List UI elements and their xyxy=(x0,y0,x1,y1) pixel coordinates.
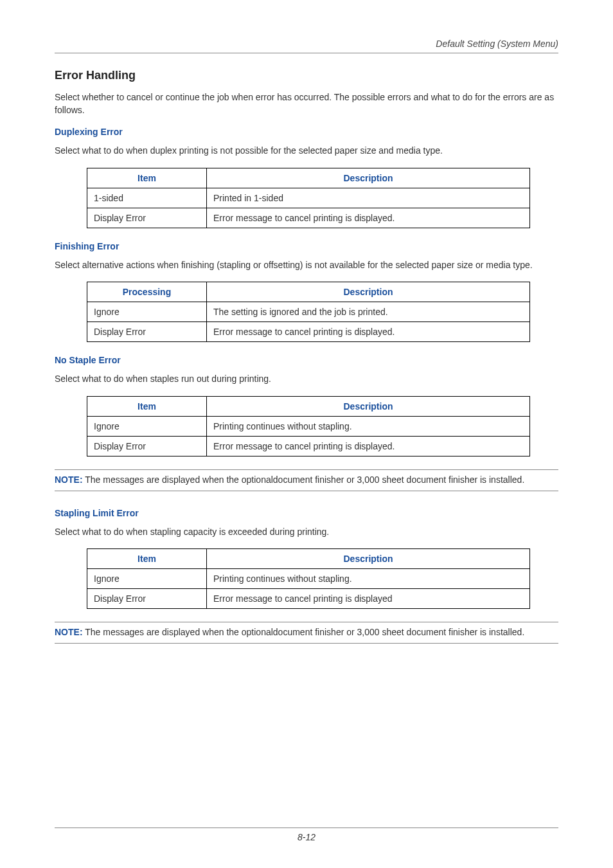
stapling-limit-table: Item Description Ignore Printing continu… xyxy=(87,548,530,609)
finishing-col1: Processing xyxy=(87,282,207,302)
finishing-col2: Description xyxy=(207,282,530,302)
table-row: Display Error Error message to cancel pr… xyxy=(87,589,530,609)
finishing-table: Processing Description Ignore The settin… xyxy=(87,282,530,342)
table-header-row: Item Description xyxy=(87,168,530,188)
table-header-row: Item Description xyxy=(87,549,530,569)
page-number: 8-12 xyxy=(298,832,315,842)
duplexing-col1: Item xyxy=(87,168,207,188)
page-footer: 8-12 xyxy=(55,827,558,842)
cell-item: Display Error xyxy=(87,208,207,228)
nostaple-text: Select what to do when staples run out d… xyxy=(55,373,558,386)
page-header: Default Setting (System Menu) xyxy=(55,39,558,53)
table-row: 1-sided Printed in 1-sided xyxy=(87,188,530,208)
table-row: Display Error Error message to cancel pr… xyxy=(87,322,530,342)
cell-desc: The setting is ignored and the job is pr… xyxy=(207,302,530,322)
table-row: Ignore The setting is ignored and the jo… xyxy=(87,302,530,322)
note-text: The messages are displayed when the opti… xyxy=(83,627,525,637)
page-container: Default Setting (System Menu) Error Hand… xyxy=(0,0,613,868)
cell-desc: Error message to cancel printing is disp… xyxy=(207,322,530,342)
stapling-limit-text: Select what to do when stapling capacity… xyxy=(55,526,558,539)
cell-item: Ignore xyxy=(87,569,207,589)
nostaple-heading: No Staple Error xyxy=(55,355,558,365)
stapling-limit-heading: Stapling Limit Error xyxy=(55,508,558,518)
duplexing-col2: Description xyxy=(207,168,530,188)
nostaple-col1: Item xyxy=(87,396,207,416)
cell-item: Ignore xyxy=(87,302,207,322)
finishing-text: Select alternative actions when finishin… xyxy=(55,259,558,272)
stapling-limit-note: NOTE: The messages are displayed when th… xyxy=(55,622,558,644)
cell-desc: Error message to cancel printing is disp… xyxy=(207,208,530,228)
page-title: Error Handling xyxy=(55,69,558,82)
stapling-limit-col1: Item xyxy=(87,549,207,569)
note-text: The messages are displayed when the opti… xyxy=(83,475,525,485)
table-row: Display Error Error message to cancel pr… xyxy=(87,208,530,228)
cell-item: Display Error xyxy=(87,436,207,456)
intro-text: Select whether to cancel or continue the… xyxy=(55,91,558,116)
stapling-limit-col2: Description xyxy=(207,549,530,569)
nostaple-note: NOTE: The messages are displayed when th… xyxy=(55,469,558,491)
nostaple-col2: Description xyxy=(207,396,530,416)
cell-desc: Printed in 1-sided xyxy=(207,188,530,208)
cell-item: Display Error xyxy=(87,322,207,342)
cell-item: Ignore xyxy=(87,416,207,436)
cell-desc: Printing continues without stapling. xyxy=(207,569,530,589)
table-row: Display Error Error message to cancel pr… xyxy=(87,436,530,456)
cell-desc: Printing continues without stapling. xyxy=(207,416,530,436)
table-row: Ignore Printing continues without stapli… xyxy=(87,569,530,589)
note-label: NOTE: xyxy=(55,627,83,637)
cell-item: 1-sided xyxy=(87,188,207,208)
duplexing-heading: Duplexing Error xyxy=(55,127,558,137)
table-row: Ignore Printing continues without stapli… xyxy=(87,416,530,436)
cell-item: Display Error xyxy=(87,589,207,609)
cell-desc: Error message to cancel printing is disp… xyxy=(207,589,530,609)
cell-desc: Error message to cancel printing is disp… xyxy=(207,436,530,456)
nostaple-table: Item Description Ignore Printing continu… xyxy=(87,396,530,457)
note-label: NOTE: xyxy=(55,475,83,485)
duplexing-text: Select what to do when duplex printing i… xyxy=(55,145,558,158)
finishing-heading: Finishing Error xyxy=(55,241,558,251)
table-header-row: Item Description xyxy=(87,396,530,416)
table-header-row: Processing Description xyxy=(87,282,530,302)
duplexing-table: Item Description 1-sided Printed in 1-si… xyxy=(87,168,530,228)
